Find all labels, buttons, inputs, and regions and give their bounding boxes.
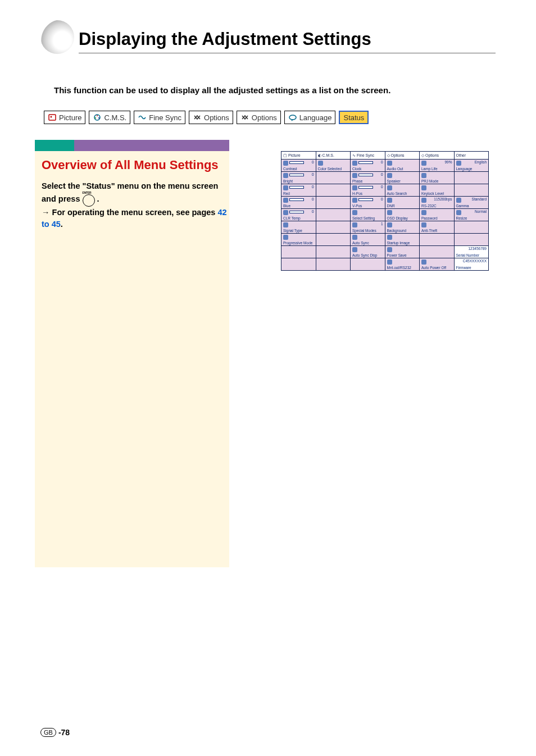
search-icon xyxy=(387,185,392,190)
cell-label: Firmware xyxy=(456,266,471,270)
blue-icon xyxy=(283,198,288,203)
footer: GB -78 xyxy=(40,728,70,737)
cell-label: Auto Sync xyxy=(352,241,369,245)
intro-text: This function can be used to display all… xyxy=(54,85,496,95)
sync-icon xyxy=(352,235,357,240)
speaker-icon xyxy=(387,173,392,178)
cell-value: C45XXXXXXX xyxy=(463,259,487,263)
cell-label: Resize xyxy=(456,216,467,220)
tab-label: Options xyxy=(252,113,277,122)
power-icon xyxy=(387,247,392,252)
contrast-icon xyxy=(283,161,288,166)
status-cell: 99%Lamp Life xyxy=(420,160,455,172)
language-icon xyxy=(288,113,297,122)
status-cell: 115200bpsRS-232C xyxy=(420,197,455,209)
tab-picture: Picture xyxy=(44,111,85,124)
status-cell xyxy=(316,258,351,271)
phase-icon xyxy=(352,173,357,178)
left-column: Overview of All Menu Settings Select the… xyxy=(35,140,229,567)
audio-icon xyxy=(387,161,392,166)
status-cell: Color Selected xyxy=(316,160,351,172)
value-bar xyxy=(358,174,373,176)
status-header: ◇ Options xyxy=(385,152,420,160)
status-cell: Anti-Theft xyxy=(420,221,455,234)
status-cell xyxy=(316,234,351,246)
cell-value: 115200bps xyxy=(434,197,452,201)
body-text: Select the "Status" menu on the menu scr… xyxy=(42,180,229,230)
status-cell: Background xyxy=(385,221,420,234)
cell-label: Power Save xyxy=(387,253,407,257)
options-icon xyxy=(240,113,249,122)
startup-icon xyxy=(387,235,392,240)
tab-status: Status xyxy=(339,111,369,124)
mnt-icon xyxy=(387,259,392,265)
cell-label: Mnt.out/RS232 xyxy=(387,266,411,270)
value-bar xyxy=(289,161,304,164)
status-header: Other xyxy=(454,152,489,160)
cell-label: CLR Temp xyxy=(283,216,301,220)
cell-label: RS-232C xyxy=(421,204,437,208)
cell-value: 0 xyxy=(312,210,314,213)
tab-options-1: Options xyxy=(189,111,233,124)
cell-label: Auto Sync Disp xyxy=(352,253,377,257)
svg-point-5 xyxy=(98,117,99,119)
autopower-icon xyxy=(421,259,426,265)
status-cell xyxy=(316,197,351,209)
cell-label: Auto Power Off xyxy=(421,266,446,270)
cell-value: 0 xyxy=(312,172,314,176)
value-bar xyxy=(289,211,304,213)
status-cell: 123456789Serial Number xyxy=(454,246,489,258)
tab-label: Fine Sync xyxy=(149,113,181,122)
vpos-icon xyxy=(352,198,357,203)
tab-label: C.M.S. xyxy=(104,113,126,122)
status-cell: 1Special Modes xyxy=(351,221,385,234)
sun-icon xyxy=(283,173,288,178)
cell-label: Audio Out xyxy=(387,167,403,171)
cell-label: Password xyxy=(421,216,438,220)
status-cell xyxy=(454,184,489,197)
cell-label: Blue xyxy=(283,204,290,208)
status-cell: Power Save xyxy=(385,246,420,258)
tab-label: Options xyxy=(204,113,229,122)
rs232-icon xyxy=(421,198,426,203)
status-header: ∿ Fine Sync xyxy=(351,152,385,160)
cell-label: Auto Search xyxy=(387,192,407,195)
status-cell: Select Setting xyxy=(351,209,385,221)
cms-icon xyxy=(93,113,102,122)
body-line1-end: . xyxy=(95,194,99,203)
cell-label: PRJ Mode xyxy=(421,179,438,183)
red-icon xyxy=(283,185,288,190)
cell-label: Gamma xyxy=(456,204,469,208)
status-cell xyxy=(281,246,316,258)
cell-label: Select Setting xyxy=(352,216,375,220)
status-cell: Startup Image xyxy=(385,234,420,246)
gamma-icon xyxy=(456,198,461,203)
resize-icon xyxy=(456,210,461,215)
cell-value: English xyxy=(475,160,487,164)
select-icon xyxy=(352,210,357,215)
cell-value: 99% xyxy=(444,160,452,164)
status-cell: PRJ Mode xyxy=(420,172,455,184)
right-column: ▢ Picture◐ C.M.S.∿ Fine Sync◇ Options◇ O… xyxy=(281,140,489,567)
cell-value: 0 xyxy=(312,197,314,201)
cell-value: 0 xyxy=(381,185,383,189)
temp-icon xyxy=(283,210,288,215)
status-cell: Signal Type xyxy=(281,221,316,234)
lock-icon xyxy=(421,185,426,190)
cell-value: 0 xyxy=(381,160,383,164)
section-title: Overview of All Menu Settings xyxy=(42,158,229,172)
cell-value: 0 xyxy=(381,172,383,176)
cell-label: H-Pos xyxy=(352,192,362,195)
status-cell: Mnt.out/RS232 xyxy=(385,258,420,271)
pass-icon xyxy=(421,210,426,215)
status-cell: 0V-Pos xyxy=(351,197,385,209)
status-cell xyxy=(454,172,489,184)
status-cell xyxy=(316,172,351,184)
status-header: ▢ Picture xyxy=(281,152,316,160)
cell-label: Anti-Theft xyxy=(421,229,437,233)
status-cell xyxy=(454,221,489,234)
body-line1: Select the "Status" menu on the menu scr… xyxy=(42,181,218,203)
status-cell xyxy=(316,184,351,197)
status-cell: Auto Power Off xyxy=(420,258,455,271)
color-bar xyxy=(35,140,229,151)
